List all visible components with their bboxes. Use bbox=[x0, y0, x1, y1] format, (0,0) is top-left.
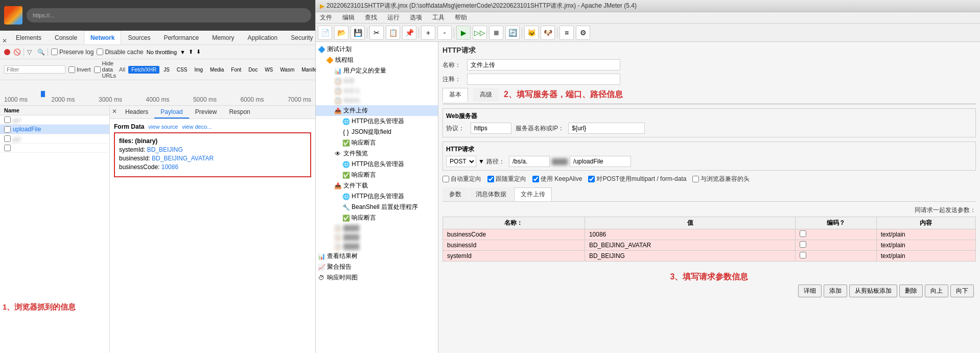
tab-basic[interactable]: 基本 bbox=[442, 88, 468, 102]
toolbar-new[interactable]: 📄 bbox=[318, 26, 332, 40]
tree-item-assert-2[interactable]: ✅ 响应断言 bbox=[316, 170, 438, 180]
tree-item-report[interactable]: 📈 聚合报告 bbox=[316, 262, 438, 272]
disable-cache-checkbox[interactable]: Disable cache bbox=[97, 49, 143, 56]
filter-js[interactable]: JS bbox=[160, 66, 173, 74]
param-row-0[interactable]: businessCode 10086 text/plain bbox=[443, 229, 976, 240]
param-row-2[interactable]: systemId BD_BEIJING text/plain bbox=[443, 251, 976, 262]
preserve-log-checkbox[interactable]: Preserve log bbox=[51, 49, 94, 56]
tab-sources[interactable]: Sources bbox=[121, 31, 157, 44]
filter-ws[interactable]: WS bbox=[262, 66, 276, 74]
tree-item-threadgroup[interactable]: 🔶 线程组 bbox=[316, 55, 438, 65]
body-tab[interactable]: 消息体数据 bbox=[469, 187, 513, 201]
menu-options[interactable]: 选项 bbox=[408, 12, 424, 23]
tab-network[interactable]: Network bbox=[84, 31, 121, 44]
row-name-2[interactable]: get bbox=[13, 136, 105, 142]
menu-edit[interactable]: 编辑 bbox=[340, 12, 357, 23]
tab-preview[interactable]: Preview bbox=[189, 106, 223, 119]
keepalive-cb[interactable]: 使用 KeepAlive bbox=[532, 175, 582, 183]
btn-up[interactable]: 向上 bbox=[925, 285, 948, 297]
tree-item-blurred-2[interactable]: 📋 ████ bbox=[316, 232, 438, 242]
toolbar-run[interactable]: ▶ bbox=[456, 26, 471, 40]
filter-fetch-xhr[interactable]: Fetch/XHR bbox=[128, 66, 159, 74]
tab-memory[interactable]: Memory bbox=[205, 31, 241, 44]
btn-down[interactable]: 向下 bbox=[950, 285, 974, 297]
browser-compat-cb[interactable]: 与浏览器兼容的头 bbox=[692, 175, 750, 183]
row-name[interactable]: get bbox=[13, 117, 105, 123]
toolbar-function[interactable]: ⚙ bbox=[576, 26, 590, 40]
filter-doc[interactable]: Doc bbox=[245, 66, 261, 74]
menu-find[interactable]: 查找 bbox=[363, 12, 379, 23]
tree-item-upload[interactable]: 📤 文件上传 bbox=[316, 105, 438, 116]
toolbar-collapse[interactable]: - bbox=[437, 26, 452, 40]
tab-advanced[interactable]: 高级 bbox=[473, 88, 499, 102]
menu-run[interactable]: 运行 bbox=[385, 12, 402, 23]
tree-item-variable[interactable]: 📊 用户定义的变量 bbox=[316, 65, 438, 76]
tree-item-download[interactable]: 📥 文件下载 bbox=[316, 180, 438, 191]
toolbar-start[interactable]: ▷▷ bbox=[473, 26, 487, 40]
tree-item-json-field[interactable]: { } JSON提取field bbox=[316, 127, 438, 137]
tab-application[interactable]: Application bbox=[241, 31, 284, 44]
clear-button[interactable]: 🚫 bbox=[13, 49, 20, 56]
invert-checkbox[interactable]: Invert bbox=[68, 66, 91, 73]
toolbar-save[interactable]: 💾 bbox=[351, 26, 365, 40]
toolbar-paste[interactable]: 📌 bbox=[402, 26, 416, 40]
tab-console[interactable]: Console bbox=[48, 31, 84, 44]
multipart-cb[interactable]: 对POST使用multipart / form-data bbox=[588, 175, 686, 183]
search-icon[interactable]: 🔍 bbox=[37, 49, 44, 56]
tree-item-assert-3[interactable]: ✅ 响应断言 bbox=[316, 213, 438, 223]
tree-item-blurred-1[interactable]: 📋 ████ bbox=[316, 223, 438, 232]
tree-item-pre[interactable]: 📋 前置 bbox=[316, 76, 438, 86]
param-row-1[interactable]: businessId BD_BEIJING_AVATAR text/plain bbox=[443, 240, 976, 251]
network-row[interactable]: get bbox=[0, 115, 109, 125]
tree-item-blurred-3[interactable]: 📋 ████ bbox=[316, 242, 438, 251]
row-name-upload[interactable]: uploadFile bbox=[13, 126, 105, 133]
menu-help[interactable]: 帮助 bbox=[453, 12, 469, 23]
network-row-upload[interactable]: uploadFile bbox=[0, 125, 109, 134]
tree-item-plan[interactable]: 🔷 测试计划 bbox=[316, 44, 438, 55]
close-detail[interactable]: ✕ bbox=[110, 106, 119, 119]
filter-css[interactable]: CSS bbox=[174, 66, 191, 74]
file-upload-tab[interactable]: 文件上传 bbox=[514, 187, 552, 201]
network-row-3[interactable] bbox=[0, 144, 109, 153]
path-input-1[interactable] bbox=[509, 156, 550, 167]
filter-font[interactable]: Font bbox=[228, 66, 244, 74]
tree-item-init[interactable]: 📋 初始化 bbox=[316, 96, 438, 105]
filter-img[interactable]: Img bbox=[191, 66, 206, 74]
filter-icon[interactable]: ▽ bbox=[27, 49, 34, 56]
toolbar-clear[interactable]: 🔄 bbox=[505, 26, 520, 40]
params-tab[interactable]: 参数 bbox=[442, 187, 468, 201]
tab-elements[interactable]: Elements bbox=[9, 31, 48, 44]
protocol-input[interactable] bbox=[471, 123, 511, 134]
path-input-2[interactable] bbox=[570, 156, 631, 167]
toolbar-template[interactable]: ≡ bbox=[559, 26, 574, 40]
tree-item-http-mgr-3[interactable]: 🌐 HTTP信息头管理器 bbox=[316, 191, 438, 202]
name-input[interactable] bbox=[467, 59, 620, 70]
filter-wasm[interactable]: Wasm bbox=[277, 66, 297, 74]
tree-item-http-mgr-2[interactable]: 🌐 HTTP信息头管理器 bbox=[316, 159, 438, 170]
toolbar-expand[interactable]: + bbox=[421, 26, 435, 40]
btn-add-from-clipboard[interactable]: 从剪贴板添加 bbox=[849, 285, 897, 297]
tab-payload[interactable]: Payload bbox=[154, 106, 189, 119]
address-bar[interactable]: https://... bbox=[33, 12, 54, 18]
toolbar-remote-run[interactable]: 🐱 bbox=[524, 26, 539, 40]
view-decoded-link[interactable]: view deco... bbox=[182, 124, 212, 130]
tab-headers[interactable]: Headers bbox=[119, 106, 154, 119]
filter-input[interactable] bbox=[4, 65, 65, 74]
tree-item-beanshell[interactable]: 🔧 BeanShell 后置处理程序 bbox=[316, 202, 438, 213]
method-select[interactable]: POST GET bbox=[446, 156, 476, 167]
view-source-link[interactable]: view source bbox=[148, 124, 178, 130]
tree-item-result[interactable]: 📊 查看结果树 bbox=[316, 251, 438, 262]
tab-security[interactable]: Security bbox=[284, 31, 319, 44]
record-button[interactable] bbox=[4, 49, 10, 55]
tree-item-timegraph[interactable]: ⏱ 响应时间图 bbox=[316, 272, 438, 283]
btn-add[interactable]: 添加 bbox=[824, 285, 847, 297]
tab-performance[interactable]: Performance bbox=[157, 31, 205, 44]
tree-item-custom[interactable]: 📋 自定义 bbox=[316, 86, 438, 96]
toolbar-open[interactable]: 📂 bbox=[334, 26, 348, 40]
tab-response[interactable]: Respon bbox=[223, 106, 256, 119]
auto-redirect-cb[interactable]: 自动重定向 bbox=[442, 175, 481, 183]
comment-input[interactable] bbox=[467, 74, 620, 85]
btn-detail[interactable]: 详细 bbox=[798, 285, 822, 297]
network-row-2[interactable]: get bbox=[0, 134, 109, 144]
tree-item-assert-1[interactable]: ✅ 响应断言 bbox=[316, 137, 438, 148]
